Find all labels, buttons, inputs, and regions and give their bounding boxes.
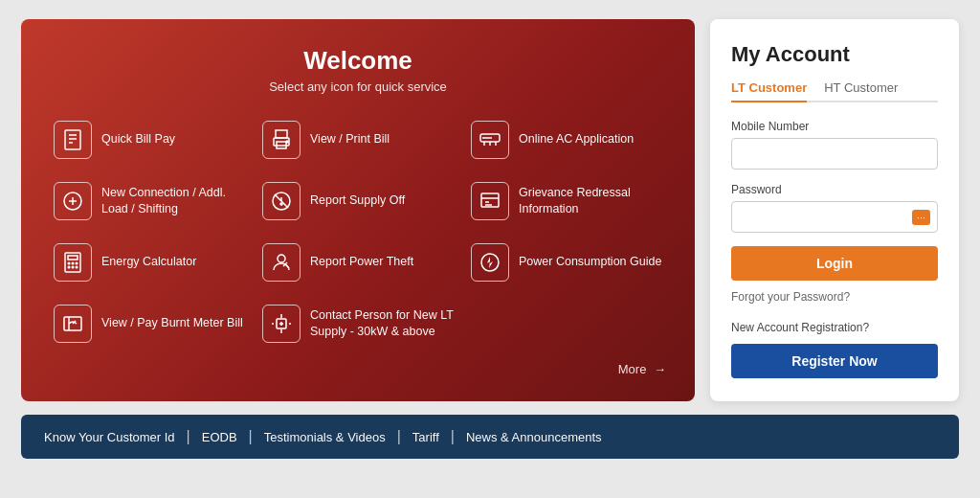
register-button[interactable]: Register Now xyxy=(731,344,938,378)
service-power-consumption[interactable]: Power Consumption Guide xyxy=(467,239,666,285)
tab-lt-customer[interactable]: LT Customer xyxy=(731,80,807,102)
service-label: Quick Bill Pay xyxy=(101,131,175,148)
separator-2: | xyxy=(249,428,253,445)
more-link[interactable]: More → xyxy=(50,362,666,376)
login-button[interactable]: Login xyxy=(731,246,938,281)
footer-testimonials[interactable]: Testimonials & Videos xyxy=(264,430,386,444)
service-quick-bill-pay[interactable]: Quick Bill Pay xyxy=(50,117,249,163)
service-report-supply-off[interactable]: Report Supply Off xyxy=(258,178,457,224)
print-icon xyxy=(262,121,301,159)
mobile-label: Mobile Number xyxy=(731,120,938,133)
svg-rect-4 xyxy=(276,130,287,138)
service-view-print-bill[interactable]: View / Print Bill xyxy=(258,117,457,163)
service-label: Power Consumption Guide xyxy=(519,254,661,271)
footer-eodb[interactable]: EODB xyxy=(202,430,237,444)
password-label: Password xyxy=(731,183,938,196)
svg-rect-0 xyxy=(65,130,80,149)
separator-1: | xyxy=(187,428,190,445)
service-label: Energy Calculator xyxy=(101,254,196,271)
password-input[interactable] xyxy=(731,201,938,233)
more-arrow-icon: → xyxy=(654,362,666,376)
tab-ht-customer[interactable]: HT Customer xyxy=(824,80,898,101)
footer-tariff[interactable]: Tariff xyxy=(412,430,439,444)
service-label: Grievance Redressal Information xyxy=(519,185,662,218)
service-label: Report Power Theft xyxy=(310,254,413,271)
service-contact-person[interactable]: Contact Person for New LT Supply - 30kW … xyxy=(258,301,457,347)
contact-icon xyxy=(262,305,301,343)
separator-3: | xyxy=(397,428,401,445)
bottom-bar: Know Your Customer Id | EODB | Testimoni… xyxy=(21,415,959,459)
service-label: View / Print Bill xyxy=(310,131,390,148)
supply-off-icon xyxy=(262,182,301,220)
mobile-input[interactable] xyxy=(731,138,938,170)
separator-4: | xyxy=(451,428,455,445)
service-new-connection[interactable]: New Connection / Addl. Load / Shifting xyxy=(50,178,249,224)
main-container: Welcome Select any icon for quick servic… xyxy=(21,19,959,401)
consumption-icon xyxy=(471,243,509,282)
password-wrapper: ··· xyxy=(731,201,938,233)
services-grid: Quick Bill Pay View / Print Bill Online … xyxy=(50,117,666,347)
service-label: Contact Person for New LT Supply - 30kW … xyxy=(310,307,454,341)
service-grievance[interactable]: Grievance Redressal Information xyxy=(467,178,666,224)
tabs: LT Customer HT Customer xyxy=(731,80,938,102)
meter-icon xyxy=(54,305,92,343)
footer-know-customer-id[interactable]: Know Your Customer Id xyxy=(44,430,175,444)
welcome-subtitle: Select any icon for quick service xyxy=(50,79,666,94)
service-report-power-theft[interactable]: Report Power Theft xyxy=(258,239,457,285)
my-account-title: My Account xyxy=(731,42,938,67)
bill-icon xyxy=(54,121,92,159)
service-label: View / Pay Burnt Meter Bill xyxy=(101,315,243,332)
show-password-icon[interactable]: ··· xyxy=(912,210,930,225)
welcome-title: Welcome xyxy=(50,46,666,76)
grievance-icon xyxy=(471,182,509,220)
svg-point-31 xyxy=(278,255,285,262)
calculator-icon xyxy=(54,243,92,282)
power-theft-icon xyxy=(262,243,301,282)
svg-rect-24 xyxy=(68,256,78,260)
service-online-ac[interactable]: Online AC Application xyxy=(467,117,666,163)
service-label: Report Supply Off xyxy=(310,192,405,210)
svg-point-7 xyxy=(286,141,288,143)
right-panel: My Account LT Customer HT Customer Mobil… xyxy=(710,19,959,401)
footer-news[interactable]: News & Announcements xyxy=(466,430,602,444)
service-burnt-meter[interactable]: View / Pay Burnt Meter Bill xyxy=(50,301,249,347)
service-label: New Connection / Addl. Load / Shifting xyxy=(101,185,245,218)
password-field-container: ··· xyxy=(731,201,938,233)
svg-point-18 xyxy=(280,203,282,205)
service-energy-calculator[interactable]: Energy Calculator xyxy=(50,239,249,285)
new-account-text: New Account Registration? xyxy=(731,321,938,334)
connection-icon xyxy=(54,182,92,220)
left-panel: Welcome Select any icon for quick servic… xyxy=(21,19,695,401)
ac-icon xyxy=(471,121,509,159)
forgot-password-link[interactable]: Forgot your Password? xyxy=(731,290,938,304)
service-label: Online AC Application xyxy=(519,131,634,148)
